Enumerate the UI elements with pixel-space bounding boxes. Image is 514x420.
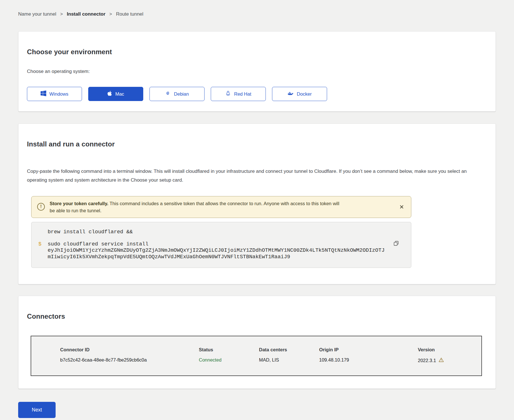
token-warning-title: Store your token carefully.	[50, 201, 108, 206]
os-button-mac[interactable]: Mac	[88, 87, 143, 101]
copy-icon[interactable]	[393, 240, 400, 247]
breadcrumb-separator: >	[60, 12, 63, 17]
breadcrumb-route-tunnel[interactable]: Route tunnel	[116, 11, 143, 17]
os-select-label: Choose an operating system:	[27, 69, 487, 74]
install-command-block: brew install cloudflared && $ sudo cloud…	[31, 222, 411, 268]
origin-ip-value: 109.48.10.179	[319, 357, 418, 364]
version-value: 2022.3.1	[418, 357, 470, 364]
next-button[interactable]: Next	[18, 402, 56, 418]
data-centers-value: MAD, LIS	[259, 357, 319, 364]
close-icon[interactable]	[399, 204, 405, 210]
breadcrumb: Name your tunnel > Install connector > R…	[18, 0, 496, 17]
breadcrumb-install-connector[interactable]: Install connector	[67, 11, 106, 17]
command-install: sudo cloudflared service install	[48, 241, 148, 247]
warning-triangle-icon	[439, 357, 444, 364]
os-button-windows[interactable]: Windows	[27, 87, 82, 101]
os-button-label: Red Hat	[234, 91, 251, 97]
os-button-label: Docker	[297, 91, 311, 97]
prompt-gutter	[38, 229, 43, 236]
connectors-title: Connectors	[27, 312, 487, 320]
command-text: sudo cloudflared service install eyJhIjo…	[48, 241, 386, 261]
tunnel-setup-page: Name your tunnel > Install connector > R…	[0, 0, 514, 420]
os-button-label: Mac	[115, 91, 124, 97]
install-connector-description: Copy-paste the following command into a …	[27, 167, 487, 185]
os-button-debian[interactable]: Debian	[149, 87, 205, 101]
os-button-label: Windows	[49, 91, 68, 97]
command-line-install: $ sudo cloudflared service install eyJhI…	[38, 241, 386, 261]
os-button-label: Debian	[174, 91, 189, 97]
command-token: eyJhIjoiOWM1YjczYzhmZGNmZDUyOTg2ZjA3NmJm…	[48, 247, 385, 260]
breadcrumb-separator: >	[109, 12, 112, 17]
install-connector-title: Install and run a connector	[27, 140, 487, 148]
connector-id-value: b7c52c42-6caa-48ee-8c77-fbe259cb6c0a	[60, 357, 199, 364]
column-header-connector-id: Connector ID	[60, 347, 199, 352]
column-header-status: Status	[199, 347, 259, 352]
os-button-redhat[interactable]: Red Hat	[211, 87, 266, 101]
column-header-origin-ip: Origin IP	[319, 347, 418, 352]
apple-logo-icon	[107, 91, 112, 97]
docker-whale-icon	[287, 91, 294, 97]
choose-environment-card: Choose your environment Choose an operat…	[18, 31, 496, 112]
column-header-version: Version	[418, 347, 470, 352]
tux-penguin-icon	[225, 91, 231, 97]
os-button-docker[interactable]: Docker	[272, 87, 327, 101]
command-text: brew install cloudflared &&	[48, 229, 386, 236]
connectors-card: Connectors Connector ID Status Data cent…	[18, 296, 496, 389]
os-button-row: Windows Mac Debian	[27, 87, 487, 101]
command-line-brew: brew install cloudflared &&	[38, 229, 386, 236]
install-connector-card: Install and run a connector Copy-paste t…	[18, 123, 496, 284]
token-warning-banner: ! Store your token carefully. This comma…	[31, 196, 411, 218]
column-header-data-centers: Data centers	[259, 347, 319, 352]
windows-logo-icon	[41, 91, 46, 97]
debian-swirl-icon	[165, 91, 171, 97]
status-badge: Connected	[199, 357, 259, 364]
dollar-prompt: $	[38, 241, 43, 261]
breadcrumb-name-your-tunnel[interactable]: Name your tunnel	[18, 11, 56, 17]
connectors-table: Connector ID Status Data centers Origin …	[31, 336, 482, 376]
choose-environment-title: Choose your environment	[27, 48, 487, 56]
version-number: 2022.3.1	[418, 358, 436, 363]
token-warning-text: Store your token carefully. This command…	[50, 200, 342, 214]
exclamation-circle-icon: !	[37, 203, 45, 211]
